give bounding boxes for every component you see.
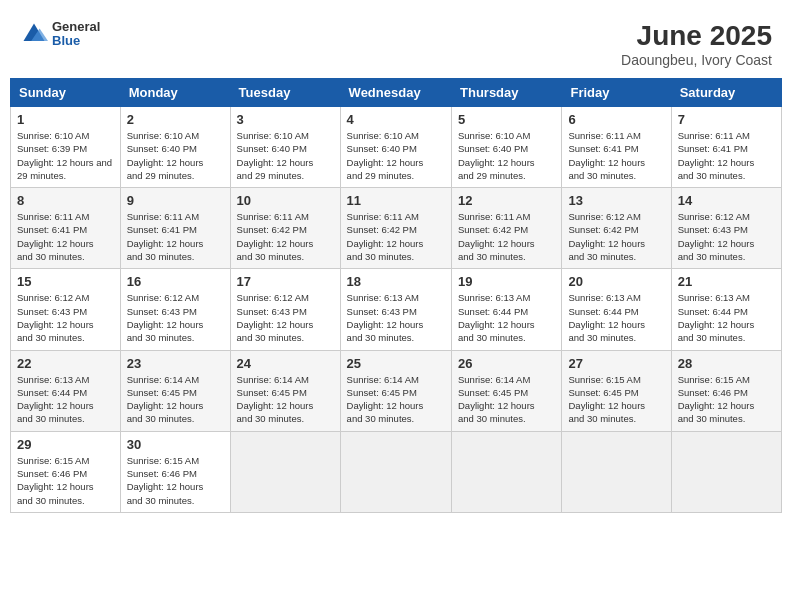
- day-24: 24Sunrise: 6:14 AMSunset: 6:45 PMDayligh…: [230, 350, 340, 431]
- day-20: 20Sunrise: 6:13 AMSunset: 6:44 PMDayligh…: [562, 269, 671, 350]
- col-thursday: Thursday: [452, 79, 562, 107]
- day-18: 18Sunrise: 6:13 AMSunset: 6:43 PMDayligh…: [340, 269, 451, 350]
- day-26: 26Sunrise: 6:14 AMSunset: 6:45 PMDayligh…: [452, 350, 562, 431]
- day-13: 13Sunrise: 6:12 AMSunset: 6:42 PMDayligh…: [562, 188, 671, 269]
- day-22: 22Sunrise: 6:13 AMSunset: 6:44 PMDayligh…: [11, 350, 121, 431]
- day-6: 6Sunrise: 6:11 AMSunset: 6:41 PMDaylight…: [562, 107, 671, 188]
- day-30: 30Sunrise: 6:15 AMSunset: 6:46 PMDayligh…: [120, 431, 230, 512]
- col-friday: Friday: [562, 79, 671, 107]
- day-27: 27Sunrise: 6:15 AMSunset: 6:45 PMDayligh…: [562, 350, 671, 431]
- week-row-5: 29Sunrise: 6:15 AMSunset: 6:46 PMDayligh…: [11, 431, 782, 512]
- logo-text: General Blue: [52, 20, 100, 49]
- day-29: 29Sunrise: 6:15 AMSunset: 6:46 PMDayligh…: [11, 431, 121, 512]
- day-9: 9Sunrise: 6:11 AMSunset: 6:41 PMDaylight…: [120, 188, 230, 269]
- col-saturday: Saturday: [671, 79, 781, 107]
- day-17: 17Sunrise: 6:12 AMSunset: 6:43 PMDayligh…: [230, 269, 340, 350]
- day-15: 15Sunrise: 6:12 AMSunset: 6:43 PMDayligh…: [11, 269, 121, 350]
- day-12: 12Sunrise: 6:11 AMSunset: 6:42 PMDayligh…: [452, 188, 562, 269]
- day-11: 11Sunrise: 6:11 AMSunset: 6:42 PMDayligh…: [340, 188, 451, 269]
- day-21: 21Sunrise: 6:13 AMSunset: 6:44 PMDayligh…: [671, 269, 781, 350]
- week-row-1: 1Sunrise: 6:10 AMSunset: 6:39 PMDaylight…: [11, 107, 782, 188]
- title-block: June 2025 Daoungbeu, Ivory Coast: [621, 20, 772, 68]
- logo-blue: Blue: [52, 34, 100, 48]
- day-1: 1Sunrise: 6:10 AMSunset: 6:39 PMDaylight…: [11, 107, 121, 188]
- logo-general: General: [52, 20, 100, 34]
- week-row-4: 22Sunrise: 6:13 AMSunset: 6:44 PMDayligh…: [11, 350, 782, 431]
- logo: General Blue: [20, 20, 100, 49]
- month-title: June 2025: [621, 20, 772, 52]
- day-4: 4Sunrise: 6:10 AMSunset: 6:40 PMDaylight…: [340, 107, 451, 188]
- empty-cell: [230, 431, 340, 512]
- week-row-3: 15Sunrise: 6:12 AMSunset: 6:43 PMDayligh…: [11, 269, 782, 350]
- col-tuesday: Tuesday: [230, 79, 340, 107]
- empty-cell: [340, 431, 451, 512]
- day-28: 28Sunrise: 6:15 AMSunset: 6:46 PMDayligh…: [671, 350, 781, 431]
- day-5: 5Sunrise: 6:10 AMSunset: 6:40 PMDaylight…: [452, 107, 562, 188]
- day-3: 3Sunrise: 6:10 AMSunset: 6:40 PMDaylight…: [230, 107, 340, 188]
- day-8: 8Sunrise: 6:11 AMSunset: 6:41 PMDaylight…: [11, 188, 121, 269]
- col-monday: Monday: [120, 79, 230, 107]
- week-row-2: 8Sunrise: 6:11 AMSunset: 6:41 PMDaylight…: [11, 188, 782, 269]
- calendar-header-row: Sunday Monday Tuesday Wednesday Thursday…: [11, 79, 782, 107]
- day-16: 16Sunrise: 6:12 AMSunset: 6:43 PMDayligh…: [120, 269, 230, 350]
- day-7: 7Sunrise: 6:11 AMSunset: 6:41 PMDaylight…: [671, 107, 781, 188]
- calendar-table: Sunday Monday Tuesday Wednesday Thursday…: [10, 78, 782, 513]
- day-25: 25Sunrise: 6:14 AMSunset: 6:45 PMDayligh…: [340, 350, 451, 431]
- page-header: General Blue June 2025 Daoungbeu, Ivory …: [10, 10, 782, 73]
- location: Daoungbeu, Ivory Coast: [621, 52, 772, 68]
- logo-icon: [20, 20, 48, 48]
- day-19: 19Sunrise: 6:13 AMSunset: 6:44 PMDayligh…: [452, 269, 562, 350]
- day-23: 23Sunrise: 6:14 AMSunset: 6:45 PMDayligh…: [120, 350, 230, 431]
- day-10: 10Sunrise: 6:11 AMSunset: 6:42 PMDayligh…: [230, 188, 340, 269]
- empty-cell: [562, 431, 671, 512]
- day-2: 2Sunrise: 6:10 AMSunset: 6:40 PMDaylight…: [120, 107, 230, 188]
- col-sunday: Sunday: [11, 79, 121, 107]
- col-wednesday: Wednesday: [340, 79, 451, 107]
- empty-cell: [452, 431, 562, 512]
- day-14: 14Sunrise: 6:12 AMSunset: 6:43 PMDayligh…: [671, 188, 781, 269]
- empty-cell: [671, 431, 781, 512]
